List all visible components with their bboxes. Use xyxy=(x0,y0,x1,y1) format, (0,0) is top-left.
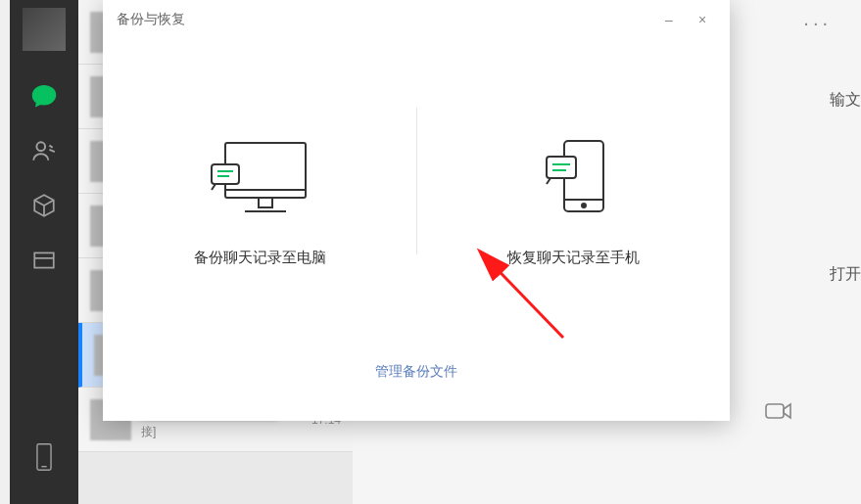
svg-point-0 xyxy=(36,142,45,151)
nav-mobile[interactable] xyxy=(10,430,78,484)
contacts-icon xyxy=(31,138,57,163)
svg-point-14 xyxy=(582,204,586,207)
manage-backups-link[interactable]: 管理备份文件 xyxy=(375,363,457,379)
phone-restore-icon xyxy=(529,135,617,223)
truncated-text: 打开 xyxy=(830,264,861,285)
nav-files[interactable] xyxy=(10,233,78,288)
avatar[interactable] xyxy=(23,8,66,51)
dialog-title: 备份与恢复 xyxy=(117,11,185,28)
video-call-icon[interactable] xyxy=(765,401,792,425)
restore-to-phone-option[interactable]: 恢复聊天记录至手机 xyxy=(416,39,730,362)
svg-rect-9 xyxy=(212,164,239,184)
monitor-icon xyxy=(206,135,313,223)
nav-chat[interactable] xyxy=(10,69,78,123)
conversation-snippet: 接] xyxy=(141,424,239,435)
truncated-text: 输文 xyxy=(830,90,861,111)
backup-to-computer-option[interactable]: 备份聊天记录至电脑 xyxy=(103,39,416,362)
nav-favorites[interactable] xyxy=(10,178,78,233)
dialog-header: 备份与恢复 – × xyxy=(103,0,730,39)
chat-bubble-icon xyxy=(30,82,58,110)
phone-icon xyxy=(33,442,55,472)
divider xyxy=(416,108,417,254)
more-menu-icon[interactable]: ··· xyxy=(803,12,832,34)
svg-rect-4 xyxy=(766,404,784,418)
folder-icon xyxy=(31,248,57,273)
minimize-button[interactable]: – xyxy=(655,9,683,30)
cube-icon xyxy=(31,193,57,218)
close-button[interactable]: × xyxy=(689,9,716,30)
left-rail xyxy=(10,0,78,504)
svg-rect-15 xyxy=(547,157,576,178)
backup-restore-dialog: 备份与恢复 – × 备份聊天记录至电脑 xyxy=(103,0,730,421)
restore-option-label: 恢复聊天记录至手机 xyxy=(507,249,640,267)
backup-option-label: 备份聊天记录至电脑 xyxy=(194,249,326,267)
svg-rect-7 xyxy=(259,198,272,207)
svg-rect-1 xyxy=(34,252,54,267)
nav-contacts[interactable] xyxy=(10,123,78,178)
